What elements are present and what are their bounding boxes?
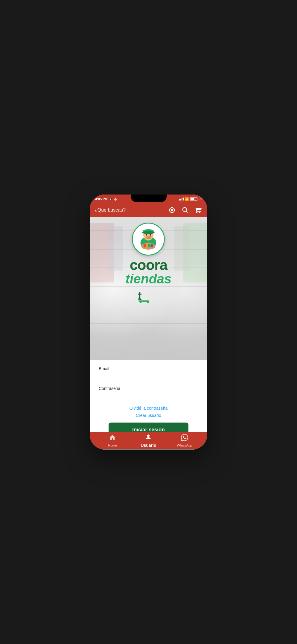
- search-icon[interactable]: [181, 206, 189, 214]
- svg-rect-18: [148, 244, 151, 247]
- phone-frame: 4:05 PM 🔇 ⏰ 📶 51 ¿Que buscas?: [90, 195, 207, 449]
- wifi-icon: 📶: [185, 197, 189, 201]
- user-label: Usuario: [141, 443, 156, 448]
- svg-rect-19: [151, 244, 153, 247]
- logo-container: coora tiendas t: [125, 223, 171, 304]
- header-icons: [168, 206, 202, 214]
- svg-point-11: [146, 234, 147, 236]
- svg-point-13: [146, 236, 151, 239]
- whatsapp-label: WhatsApp: [177, 443, 192, 447]
- email-label: Email: [99, 366, 198, 371]
- svg-point-25: [147, 435, 150, 437]
- cancel-button[interactable]: [168, 206, 176, 214]
- svg-point-10: [142, 231, 155, 234]
- main-content: coora tiendas t ¡A TU: [90, 217, 207, 432]
- slogan-text: ¡A TU ALCANCE!: [90, 350, 207, 357]
- email-group: Email: [99, 366, 198, 381]
- battery-percent: 51: [199, 198, 202, 201]
- signal-icon: [179, 198, 184, 201]
- notch: [131, 195, 167, 202]
- mute-icon: 🔇: [109, 198, 112, 201]
- password-label: Contraseña: [99, 386, 198, 391]
- login-button[interactable]: Iniciar sesión: [109, 423, 188, 432]
- svg-rect-17: [146, 243, 148, 247]
- hero-section: coora tiendas t ¡A TU: [90, 217, 207, 360]
- bottom-nav: Home Usuario WhatsApp: [90, 432, 207, 449]
- cart-logo-icon: t: [136, 288, 160, 304]
- svg-rect-16: [144, 244, 146, 247]
- status-left: 4:05 PM 🔇 ⏰: [95, 197, 117, 201]
- status-right: 📶 51: [179, 197, 202, 201]
- svg-line-4: [186, 211, 188, 213]
- svg-point-12: [150, 234, 151, 236]
- home-icon: [109, 434, 116, 443]
- alarm-icon: ⏰: [114, 198, 117, 201]
- mascot-avatar: [132, 223, 165, 256]
- search-hint-text: ¿Que buscas?: [95, 207, 126, 213]
- mascot-svg: [133, 223, 164, 256]
- nav-item-whatsapp[interactable]: WhatsApp: [167, 434, 202, 447]
- cart-logo-svg: t: [136, 288, 160, 303]
- user-icon: [145, 433, 152, 442]
- android-nav: [90, 449, 207, 449]
- nav-item-home[interactable]: Home: [95, 434, 130, 447]
- brand-coora: coora: [130, 257, 167, 273]
- status-bar: 4:05 PM 🔇 ⏰ 📶 51: [90, 195, 207, 203]
- time-display: 4:05 PM: [95, 197, 108, 201]
- header-bar: ¿Que buscas?: [90, 203, 207, 217]
- home-label: Home: [108, 443, 117, 447]
- brand-name: coora: [125, 258, 171, 272]
- create-user-link[interactable]: Crear usuario: [99, 413, 198, 418]
- forgot-password-link[interactable]: Olvidé la contraseña: [99, 406, 198, 411]
- nav-item-user[interactable]: Usuario: [130, 433, 166, 448]
- cart-icon[interactable]: [194, 206, 202, 214]
- password-input[interactable]: [99, 392, 198, 401]
- brand-tiendas: tiendas: [125, 272, 171, 285]
- email-input[interactable]: [99, 372, 198, 381]
- svg-point-3: [183, 208, 187, 212]
- brand-text: coora tiendas: [125, 258, 171, 285]
- battery-icon: [190, 197, 197, 201]
- whatsapp-icon: [181, 434, 188, 443]
- login-section: Email Contraseña Olvidé la contraseña Cr…: [90, 360, 207, 432]
- password-group: Contraseña: [99, 386, 198, 401]
